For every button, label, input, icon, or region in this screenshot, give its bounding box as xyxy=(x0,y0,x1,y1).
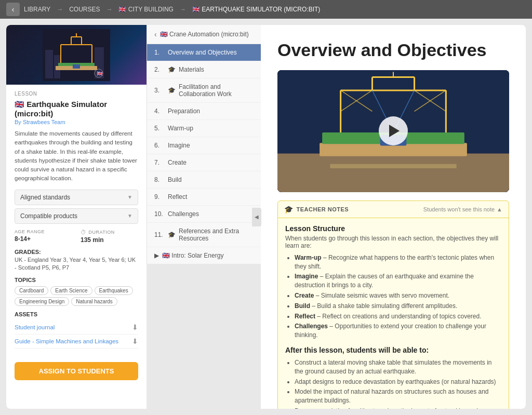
toc-expand-item[interactable]: ▶ 🇬🇧 Intro: Solar Energy xyxy=(147,247,261,264)
toc-num: 5. xyxy=(154,125,165,132)
chevron-up-icon: ▲ xyxy=(497,206,502,212)
teacher-notes-title: 🎓 TEACHER NOTES xyxy=(284,205,349,213)
topic-tag: Natural hazards xyxy=(71,297,117,306)
list-item: Construct a lateral moving shake table t… xyxy=(295,358,501,376)
toc-item[interactable]: 1.Overview and Objectives xyxy=(147,44,261,61)
grades-label: GRADES: xyxy=(15,249,138,255)
list-item: Warm-up – Recognize what happens to the … xyxy=(295,253,501,271)
svg-rect-1 xyxy=(45,50,53,78)
toc-label: Warm-up xyxy=(168,125,193,132)
download-icon[interactable]: ⬇ xyxy=(132,323,138,331)
duration-value: 135 min xyxy=(81,236,138,244)
lesson-by: By Strawbees Team xyxy=(15,119,138,125)
breadcrumb-current: 🇬🇧 EARTHQUAKE SIMULATOR (MICRO:BIT) xyxy=(192,6,320,13)
toc-item[interactable]: 11.🎓References and Extra Resources xyxy=(147,223,261,247)
list-item: Reflect – Reflect on creations and under… xyxy=(295,312,501,321)
content-panel: Overview and Objectives xyxy=(261,25,526,409)
teacher-notes-hint: Students won't see this note ▲ xyxy=(423,206,502,212)
topic-tag: Cardboard xyxy=(15,286,48,295)
collapse-toc-button[interactable]: ◀ xyxy=(252,208,261,226)
lesson-flag: 🇬🇧 xyxy=(15,100,24,109)
toc-label: Create xyxy=(168,159,187,166)
toc-items-list: 1.Overview and Objectives2.🎓Materials3.🎓… xyxy=(147,44,261,247)
compatible-products-dropdown[interactable]: Compatible products ▼ xyxy=(15,208,138,224)
teacher-notes-header: 🎓 TEACHER NOTES Students won't see this … xyxy=(278,201,509,218)
duration-label: ⏱ DURATION xyxy=(81,229,138,235)
toc-label: Imagine xyxy=(168,142,190,149)
asset-item[interactable]: Guide - Simple Machines and Linkages⬇ xyxy=(15,334,138,349)
toc-label: Build xyxy=(168,176,182,183)
graduation-icon: 🎓 xyxy=(284,205,294,213)
age-range-value: 8-14+ xyxy=(15,235,72,243)
toc-item[interactable]: 8.Build xyxy=(147,171,261,189)
toc-item[interactable]: 3.🎓Facilitation and Collaboration Work xyxy=(147,78,261,103)
lesson-meta: LESSON 🇬🇧 Earthquake Simulator (micro:bi… xyxy=(6,85,147,355)
topics-label: TOPICS xyxy=(15,277,138,283)
play-icon xyxy=(389,125,400,137)
duration-item: ⏱ DURATION 135 min xyxy=(81,229,138,244)
toc-num: 4. xyxy=(154,108,165,115)
objectives-title: After this lesson, students will be able… xyxy=(285,346,501,354)
assign-to-students-button[interactable]: ASSIGN TO STUDENTS xyxy=(15,362,138,380)
toc-back-button[interactable]: ‹ 🇬🇧 Crane Automation (micro:bit) xyxy=(147,25,261,44)
lesson-structure-title: Lesson Structure xyxy=(285,224,501,233)
toc-label: Facilitation and Collaboration Work xyxy=(179,83,254,98)
age-range-item: AGE RANGE 8-14+ xyxy=(15,229,72,244)
main-container: 🇬🇧 LESSON 🇬🇧 Earthquake Simulator (micro… xyxy=(0,19,532,415)
toc-item[interactable]: 2.🎓Materials xyxy=(147,61,261,78)
toc-num: 10. xyxy=(154,210,165,218)
svg-rect-17 xyxy=(277,153,509,192)
play-button[interactable] xyxy=(379,116,408,145)
author-link[interactable]: Strawbees Team xyxy=(23,119,65,125)
objectives-list: Construct a lateral moving shake table t… xyxy=(285,358,501,409)
svg-rect-15 xyxy=(73,64,80,69)
breadcrumb-sep-3: → xyxy=(180,6,186,13)
lesson-image: 🇬🇧 xyxy=(6,25,147,85)
lesson-description: Simulate the movements caused by differe… xyxy=(15,129,138,183)
toc-wrapper: ‹ 🇬🇧 Crane Automation (micro:bit) 1.Over… xyxy=(147,25,261,409)
list-item: Propose a solution for cities to reduce … xyxy=(295,407,501,409)
breadcrumb-city-building[interactable]: 🇬🇧 CITY BUILDING xyxy=(118,6,173,13)
list-item: Imagine – Explain the causes of an earth… xyxy=(295,272,501,290)
video-container[interactable] xyxy=(277,70,509,192)
toc-item[interactable]: 10.Challenges xyxy=(147,206,261,223)
back-button[interactable]: ‹ xyxy=(6,3,20,16)
aligned-standards-dropdown[interactable]: Aligned standards ▼ xyxy=(15,190,138,205)
expand-arrow-icon: ▶ xyxy=(154,252,159,259)
asset-name: Guide - Simple Machines and Linkages xyxy=(15,338,118,344)
chevron-down-icon: ▼ xyxy=(127,213,132,219)
svg-rect-34 xyxy=(330,164,456,168)
toc-num: 1. xyxy=(154,49,165,56)
toc-num: 8. xyxy=(154,176,165,183)
list-item: Model the impact of natural hazards on s… xyxy=(295,387,501,405)
topic-tag: Earthquakes xyxy=(95,286,133,295)
toc-label: Materials xyxy=(179,66,204,73)
back-arrow-icon: ‹ xyxy=(154,30,157,38)
page-title: Overview and Objectives xyxy=(277,39,509,61)
assets-label: ASSETS xyxy=(15,311,138,317)
asset-item[interactable]: Student journal⬇ xyxy=(15,320,138,334)
download-icon[interactable]: ⬇ xyxy=(132,337,138,345)
topic-tag: Earth Science xyxy=(50,286,92,295)
meta-row: AGE RANGE 8-14+ ⏱ DURATION 135 min xyxy=(15,229,138,244)
breadcrumb-courses[interactable]: COURSES xyxy=(69,6,100,13)
toc-num: 6. xyxy=(154,142,165,149)
toc-item[interactable]: 6.Imagine xyxy=(147,137,261,154)
toc-item[interactable]: 5.Warm-up xyxy=(147,120,261,137)
lesson-title: 🇬🇧 Earthquake Simulator (micro:bit) xyxy=(15,100,138,118)
toc-label: Challenges xyxy=(168,210,199,218)
chevron-down-icon: ▼ xyxy=(127,194,132,200)
toc-item[interactable]: 4.Preparation xyxy=(147,103,261,120)
left-panel: 🇬🇧 LESSON 🇬🇧 Earthquake Simulator (micro… xyxy=(6,25,147,409)
age-range-label: AGE RANGE xyxy=(15,229,72,234)
toc-label: Preparation xyxy=(168,108,200,115)
toc-item[interactable]: 7.Create xyxy=(147,154,261,171)
toc-icon: 🎓 xyxy=(168,231,176,238)
list-item: Challenges – Opportunities to extend you… xyxy=(295,322,501,340)
toc-item[interactable]: 9.Reflect xyxy=(147,189,261,206)
assets-list: Student journal⬇Guide - Simple Machines … xyxy=(15,320,138,349)
breadcrumb-library[interactable]: LIBRARY xyxy=(24,6,50,13)
list-item: Build – Build a shake table simulating d… xyxy=(295,302,501,311)
toc-label: Reflect xyxy=(168,193,187,200)
toc-num: 9. xyxy=(154,193,165,200)
